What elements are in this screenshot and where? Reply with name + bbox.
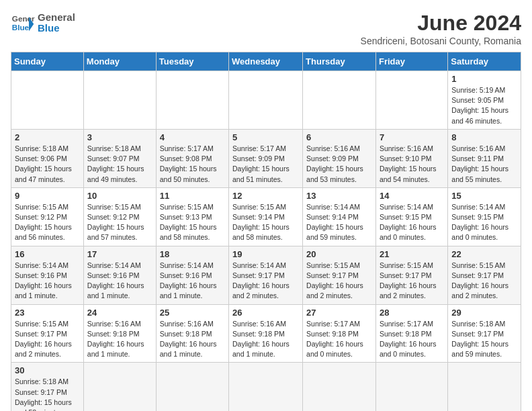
calendar-table: SundayMondayTuesdayWednesdayThursdayFrid… — [11, 52, 521, 411]
day-number: 20 — [306, 249, 372, 259]
day-number: 16 — [15, 249, 80, 259]
calendar-cell — [83, 71, 156, 130]
page-header: General Blue General Blue June 2024 Send… — [11, 11, 521, 46]
calendar-cell: 26Sunrise: 5:16 AMSunset: 9:18 PMDayligh… — [229, 304, 303, 363]
day-number: 23 — [15, 308, 80, 318]
day-info: Sunrise: 5:15 AMSunset: 9:17 PMDaylight:… — [380, 261, 444, 302]
calendar-cell: 25Sunrise: 5:16 AMSunset: 9:18 PMDayligh… — [156, 304, 228, 363]
calendar-week-row: 23Sunrise: 5:15 AMSunset: 9:17 PMDayligh… — [11, 304, 521, 363]
day-number: 28 — [380, 308, 444, 318]
day-number: 7 — [380, 132, 444, 142]
calendar-cell — [83, 363, 156, 411]
day-info: Sunrise: 5:17 AMSunset: 9:18 PMDaylight:… — [306, 319, 372, 360]
day-number: 25 — [160, 308, 225, 318]
day-number: 2 — [15, 132, 80, 142]
calendar-cell: 8Sunrise: 5:16 AMSunset: 9:11 PMDaylight… — [448, 129, 521, 187]
day-number: 13 — [306, 191, 372, 201]
day-number: 12 — [232, 191, 299, 201]
calendar-cell: 9Sunrise: 5:15 AMSunset: 9:12 PMDaylight… — [11, 187, 84, 246]
title-area: June 2024 Sendriceni, Botosani County, R… — [361, 11, 521, 46]
day-number: 19 — [232, 249, 299, 259]
calendar-cell: 22Sunrise: 5:15 AMSunset: 9:17 PMDayligh… — [448, 246, 521, 304]
day-number: 4 — [160, 132, 225, 142]
day-info: Sunrise: 5:16 AMSunset: 9:18 PMDaylight:… — [160, 319, 225, 360]
column-header-sunday: Sunday — [11, 52, 84, 71]
calendar-cell: 19Sunrise: 5:14 AMSunset: 9:17 PMDayligh… — [229, 246, 303, 304]
calendar-cell: 17Sunrise: 5:14 AMSunset: 9:16 PMDayligh… — [83, 246, 156, 304]
day-info: Sunrise: 5:14 AMSunset: 9:15 PMDaylight:… — [380, 202, 444, 243]
calendar-cell — [448, 363, 521, 411]
calendar-cell: 10Sunrise: 5:15 AMSunset: 9:12 PMDayligh… — [83, 187, 156, 246]
calendar-week-row: 1Sunrise: 5:19 AMSunset: 9:05 PMDaylight… — [11, 71, 521, 130]
day-number: 29 — [451, 308, 517, 318]
column-header-wednesday: Wednesday — [229, 52, 303, 71]
column-header-saturday: Saturday — [448, 52, 521, 71]
day-number: 22 — [451, 249, 517, 259]
day-info: Sunrise: 5:14 AMSunset: 9:16 PMDaylight:… — [87, 261, 152, 302]
day-info: Sunrise: 5:16 AMSunset: 9:09 PMDaylight:… — [306, 144, 372, 185]
day-number: 1 — [451, 74, 517, 84]
day-number: 6 — [306, 132, 372, 142]
day-info: Sunrise: 5:18 AMSunset: 9:06 PMDaylight:… — [15, 144, 80, 185]
day-info: Sunrise: 5:14 AMSunset: 9:14 PMDaylight:… — [306, 202, 372, 243]
calendar-cell — [229, 71, 303, 130]
calendar-cell — [375, 71, 447, 130]
calendar-cell: 14Sunrise: 5:14 AMSunset: 9:15 PMDayligh… — [375, 187, 447, 246]
calendar-week-row: 30Sunrise: 5:18 AMSunset: 9:17 PMDayligh… — [11, 363, 521, 411]
day-number: 26 — [232, 308, 299, 318]
day-number: 10 — [87, 191, 152, 201]
column-header-thursday: Thursday — [303, 52, 376, 71]
calendar-cell: 7Sunrise: 5:16 AMSunset: 9:10 PMDaylight… — [375, 129, 447, 187]
day-number: 21 — [380, 249, 444, 259]
day-info: Sunrise: 5:16 AMSunset: 9:10 PMDaylight:… — [380, 144, 444, 185]
calendar-cell — [303, 71, 376, 130]
calendar-cell: 4Sunrise: 5:17 AMSunset: 9:08 PMDaylight… — [156, 129, 228, 187]
calendar-header-row: SundayMondayTuesdayWednesdayThursdayFrid… — [11, 52, 521, 71]
day-info: Sunrise: 5:18 AMSunset: 9:07 PMDaylight:… — [87, 144, 152, 185]
calendar-week-row: 9Sunrise: 5:15 AMSunset: 9:12 PMDaylight… — [11, 187, 521, 246]
day-info: Sunrise: 5:14 AMSunset: 9:16 PMDaylight:… — [160, 261, 225, 302]
day-number: 9 — [15, 191, 80, 201]
day-number: 11 — [160, 191, 225, 201]
day-info: Sunrise: 5:16 AMSunset: 9:18 PMDaylight:… — [87, 319, 152, 360]
calendar-cell: 29Sunrise: 5:18 AMSunset: 9:17 PMDayligh… — [448, 304, 521, 363]
calendar-cell: 12Sunrise: 5:15 AMSunset: 9:14 PMDayligh… — [229, 187, 303, 246]
calendar-cell: 6Sunrise: 5:16 AMSunset: 9:09 PMDaylight… — [303, 129, 376, 187]
calendar-cell: 15Sunrise: 5:14 AMSunset: 9:15 PMDayligh… — [448, 187, 521, 246]
day-number: 24 — [87, 308, 152, 318]
calendar-cell: 13Sunrise: 5:14 AMSunset: 9:14 PMDayligh… — [303, 187, 376, 246]
calendar-cell — [303, 363, 376, 411]
day-info: Sunrise: 5:15 AMSunset: 9:12 PMDaylight:… — [87, 202, 152, 243]
day-number: 27 — [306, 308, 372, 318]
day-info: Sunrise: 5:16 AMSunset: 9:11 PMDaylight:… — [451, 144, 517, 185]
day-number: 8 — [451, 132, 517, 142]
day-info: Sunrise: 5:15 AMSunset: 9:13 PMDaylight:… — [160, 202, 225, 243]
calendar-cell: 21Sunrise: 5:15 AMSunset: 9:17 PMDayligh… — [375, 246, 447, 304]
day-info: Sunrise: 5:15 AMSunset: 9:17 PMDaylight:… — [306, 261, 372, 302]
day-number: 17 — [87, 249, 152, 259]
calendar-cell: 28Sunrise: 5:17 AMSunset: 9:18 PMDayligh… — [375, 304, 447, 363]
calendar-cell — [156, 71, 228, 130]
calendar-week-row: 2Sunrise: 5:18 AMSunset: 9:06 PMDaylight… — [11, 129, 521, 187]
day-info: Sunrise: 5:16 AMSunset: 9:18 PMDaylight:… — [232, 319, 299, 360]
day-info: Sunrise: 5:15 AMSunset: 9:17 PMDaylight:… — [451, 261, 517, 302]
calendar-cell: 20Sunrise: 5:15 AMSunset: 9:17 PMDayligh… — [303, 246, 376, 304]
day-info: Sunrise: 5:15 AMSunset: 9:12 PMDaylight:… — [15, 202, 80, 243]
day-info: Sunrise: 5:18 AMSunset: 9:17 PMDaylight:… — [15, 377, 80, 411]
logo-icon: General Blue — [11, 11, 35, 35]
calendar-cell: 11Sunrise: 5:15 AMSunset: 9:13 PMDayligh… — [156, 187, 228, 246]
day-number: 3 — [87, 132, 152, 142]
day-number: 5 — [232, 132, 299, 142]
calendar-cell: 1Sunrise: 5:19 AMSunset: 9:05 PMDaylight… — [448, 71, 521, 130]
column-header-tuesday: Tuesday — [156, 52, 228, 71]
column-header-friday: Friday — [375, 52, 447, 71]
day-info: Sunrise: 5:14 AMSunset: 9:17 PMDaylight:… — [232, 261, 299, 302]
calendar-cell: 23Sunrise: 5:15 AMSunset: 9:17 PMDayligh… — [11, 304, 84, 363]
calendar-cell — [375, 363, 447, 411]
calendar-cell: 2Sunrise: 5:18 AMSunset: 9:06 PMDaylight… — [11, 129, 84, 187]
day-info: Sunrise: 5:17 AMSunset: 9:08 PMDaylight:… — [160, 144, 225, 185]
calendar-cell — [11, 71, 84, 130]
logo: General Blue General Blue — [11, 11, 75, 35]
day-number: 14 — [380, 191, 444, 201]
calendar-cell: 16Sunrise: 5:14 AMSunset: 9:16 PMDayligh… — [11, 246, 84, 304]
